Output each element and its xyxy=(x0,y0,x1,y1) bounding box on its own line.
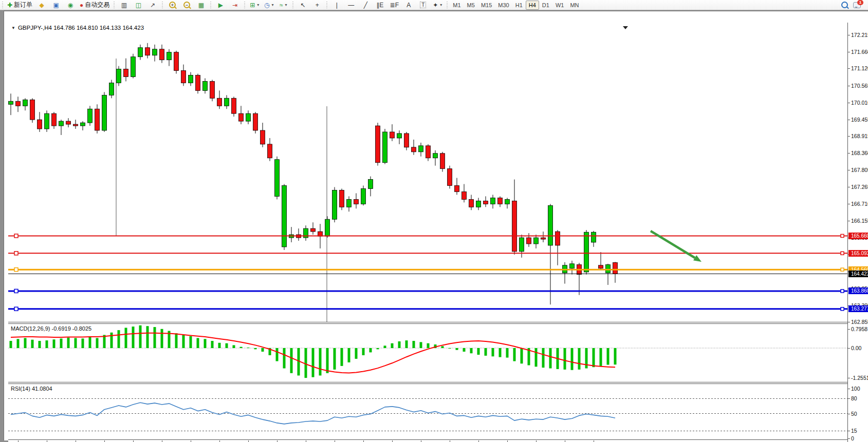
search-icon[interactable] xyxy=(841,2,848,8)
line-handle[interactable] xyxy=(841,290,844,293)
timeframe-m15-button[interactable]: M15 xyxy=(478,1,495,10)
macd-label: MACD(12,26,9) -0.6919 -0.8025 xyxy=(11,325,91,332)
macd-bar xyxy=(283,348,286,369)
timeframe-w1-button[interactable]: W1 xyxy=(552,1,567,10)
rsi-tick-label: 100 xyxy=(851,386,860,392)
line-handle[interactable] xyxy=(841,308,844,311)
timeframe-h1-button[interactable]: H1 xyxy=(512,1,526,10)
candle xyxy=(527,238,531,244)
new-chart-dropdown-icon[interactable]: ▾ xyxy=(257,3,259,7)
toolbar-grip xyxy=(113,2,116,9)
candle xyxy=(88,109,93,123)
axis-tick-mark xyxy=(848,136,850,137)
candlestick-chart-button[interactable]: ◫ xyxy=(131,0,145,10)
line-handle[interactable] xyxy=(14,307,18,311)
tile-windows-button[interactable]: ▦ xyxy=(194,0,208,10)
macd-bar xyxy=(377,348,379,349)
period-selector-dropdown-icon[interactable]: ▾ xyxy=(272,3,274,7)
timeframe-m1-button[interactable]: M1 xyxy=(450,1,464,10)
timeframe-d1-button[interactable]: D1 xyxy=(539,1,552,10)
candle xyxy=(95,109,100,130)
auto-scroll-button[interactable]: ▶ xyxy=(213,0,228,10)
timeframe-h4-button[interactable]: H4 xyxy=(526,1,539,10)
candle xyxy=(491,198,495,204)
macd-bar xyxy=(463,348,466,352)
period-selector-button[interactable]: ◷▾ xyxy=(262,0,276,10)
vertical-line-button[interactable]: | xyxy=(329,0,344,10)
arrows-button[interactable]: ✦▾ xyxy=(430,0,445,10)
chart-dropdown-icon[interactable]: ▼ xyxy=(11,26,15,30)
line-handle[interactable] xyxy=(14,289,18,293)
zoom-in-button[interactable]: + xyxy=(165,0,179,10)
terminal-button[interactable]: ▣ xyxy=(49,0,63,10)
line-handle[interactable] xyxy=(841,268,844,271)
line-handle[interactable] xyxy=(841,234,844,237)
macd-bar xyxy=(175,333,178,348)
pane-separator[interactable] xyxy=(8,322,847,324)
line-handle[interactable] xyxy=(841,252,844,255)
macd-pane[interactable] xyxy=(8,324,847,382)
macd-bar xyxy=(427,343,430,348)
candle xyxy=(282,186,287,247)
fibonacci-button[interactable]: ≣F xyxy=(387,0,401,10)
macd-tick-label: 0.00 xyxy=(851,345,861,351)
new-chart-button[interactable]: ⊞▾ xyxy=(247,0,262,10)
vertical-line-icon: | xyxy=(336,2,338,8)
bar-chart-button[interactable]: ▥ xyxy=(117,0,131,10)
signals-button[interactable]: ◉ xyxy=(63,0,78,10)
price-axis[interactable]: 172.215171.660171.120170.565170.010169.4… xyxy=(847,23,868,442)
timeframe-mn-button[interactable]: MN xyxy=(567,1,582,10)
axis-tick-mark xyxy=(848,329,850,330)
chart-shift-button[interactable]: ⇥ xyxy=(228,0,242,10)
macd-bar xyxy=(60,338,63,348)
indicators-button[interactable]: ≈▾ xyxy=(276,0,290,10)
line-handle[interactable] xyxy=(14,252,18,255)
arrows-dropdown-icon[interactable]: ▾ xyxy=(440,3,442,7)
metaeditor-button[interactable]: ◆ xyxy=(34,0,49,10)
macd-bar xyxy=(82,338,84,348)
price-tick-label: 172.215 xyxy=(851,32,868,38)
macd-bar xyxy=(535,348,538,367)
candle xyxy=(153,49,157,55)
macd-bar xyxy=(118,330,120,348)
macd-bar xyxy=(17,339,20,348)
notifications-icon[interactable]: 1 xyxy=(853,2,861,8)
price-chart-pane[interactable] xyxy=(8,23,847,322)
candle xyxy=(246,113,251,121)
line-handle[interactable] xyxy=(14,234,18,238)
zoom-out-button[interactable]: − xyxy=(179,0,194,10)
auto-trading-button[interactable]: ●自动交易 xyxy=(78,0,112,10)
candle xyxy=(16,101,21,106)
crosshair-button[interactable]: + xyxy=(310,0,324,10)
candle xyxy=(613,262,618,274)
text-button[interactable]: A xyxy=(401,0,416,10)
chart-title-text: GBPJPY-,H4 164.786 164.810 164.133 164.4… xyxy=(18,25,144,31)
trendline-button[interactable]: ╱ xyxy=(358,0,373,10)
rsi-pane[interactable] xyxy=(8,384,847,439)
timeframe-m30-button[interactable]: M30 xyxy=(495,1,512,10)
text-label-button[interactable]: T xyxy=(416,0,430,10)
macd-bar xyxy=(10,341,12,348)
macd-bar xyxy=(67,338,70,348)
pane-separator xyxy=(8,439,847,440)
candle xyxy=(196,75,200,91)
toolbar-grip xyxy=(161,2,164,9)
equidistant-channel-button[interactable]: ∥E xyxy=(373,0,387,10)
candle xyxy=(412,147,416,152)
line-handle[interactable] xyxy=(14,268,18,272)
horizontal-line-button[interactable]: — xyxy=(344,0,358,10)
trend-arrow-head[interactable] xyxy=(693,255,701,262)
trend-arrow[interactable] xyxy=(651,231,695,258)
price-tick-label: 171.120 xyxy=(851,65,868,71)
line-chart-button[interactable]: ↗ xyxy=(145,0,160,10)
macd-bar xyxy=(391,343,394,348)
new-order-button[interactable]: ✚新订单 xyxy=(5,0,34,10)
candle xyxy=(145,48,150,55)
timeframe-m5-button[interactable]: M5 xyxy=(464,1,478,10)
cursor-button[interactable]: ↖ xyxy=(296,0,310,10)
indicators-dropdown-icon[interactable]: ▾ xyxy=(285,3,287,7)
toolbar-grip xyxy=(291,2,294,9)
chart-shift-marker-icon[interactable] xyxy=(623,26,628,29)
price-tick-label: 168.915 xyxy=(851,133,868,139)
candle xyxy=(59,121,64,126)
